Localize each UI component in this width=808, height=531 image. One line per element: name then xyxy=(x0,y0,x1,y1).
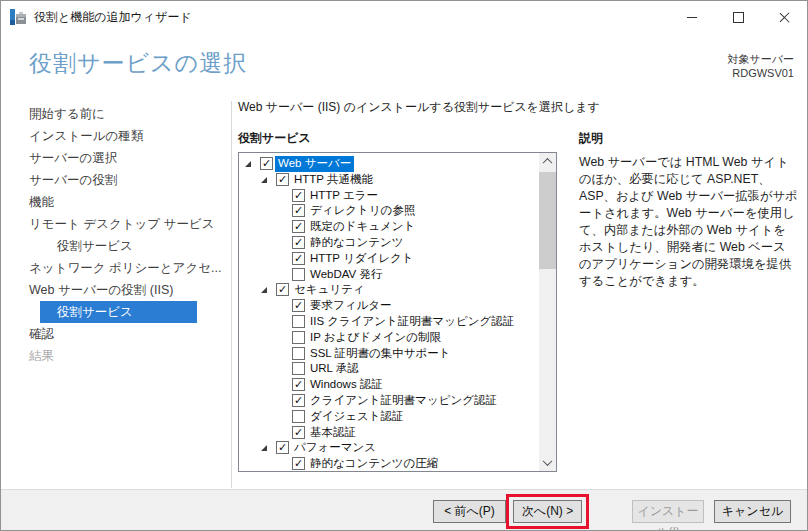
tree-row-performance: ✓パフォーマンス xyxy=(239,440,539,456)
maximize-icon xyxy=(733,12,744,23)
tree-row-webdav-publishing: WebDAV 発行 xyxy=(239,267,539,283)
expander-icon[interactable] xyxy=(245,161,251,167)
tree-section-label: 役割サービス xyxy=(238,130,311,147)
target-server-name: RDGWSV01 xyxy=(727,66,794,80)
tree-item-label-web-server[interactable]: Web サーバー xyxy=(275,156,354,172)
sidebar-item-installation-type[interactable]: インストールの種類 xyxy=(1,125,231,147)
http-redirection-checkbox[interactable]: ✓ xyxy=(292,252,305,265)
tree-item-label-centralized-ssl-certificate-support[interactable]: SSL 証明書の集中サポート xyxy=(307,346,454,362)
cancel-button[interactable]: キャンセル xyxy=(714,500,791,523)
scroll-thumb[interactable] xyxy=(539,172,556,269)
sidebar-item-rds-role-services[interactable]: 役割サービス xyxy=(1,235,231,257)
windows-authentication-checkbox[interactable]: ✓ xyxy=(292,378,305,391)
digest-authentication-checkbox[interactable] xyxy=(292,410,305,423)
footer-bar: < 前へ(P)次へ(N) >インストール(I)キャンセル xyxy=(1,489,807,531)
iis-client-certificate-mapping-authentication-checkbox[interactable] xyxy=(292,315,305,328)
tree-item-label-http-common-features[interactable]: HTTP 共通機能 xyxy=(291,172,376,188)
scroll-down-button[interactable] xyxy=(539,454,556,471)
sidebar-item-server-selection[interactable]: サーバーの選択 xyxy=(1,147,231,169)
tree-item-label-iis-client-certificate-mapping-authentication[interactable]: IIS クライアント証明書マッピング認証 xyxy=(307,314,517,330)
basic-authentication-checkbox[interactable]: ✓ xyxy=(292,426,305,439)
tree-row-http-common-features: ✓HTTP 共通機能 xyxy=(239,172,539,188)
centralized-ssl-certificate-support-checkbox[interactable] xyxy=(292,347,305,360)
expander-icon[interactable] xyxy=(261,445,267,451)
tree-item-label-performance[interactable]: パフォーマンス xyxy=(291,440,379,456)
sidebar-item-role-services[interactable]: 役割サービス xyxy=(40,301,197,323)
sidebar-item-features[interactable]: 機能 xyxy=(1,191,231,213)
role-services-tree: ✓Web サーバー✓HTTP 共通機能✓HTTP エラー✓ディレクトリの参照✓既… xyxy=(238,152,557,472)
tree-row-ip-and-domain-restrictions: IP およびドメインの制限 xyxy=(239,330,539,346)
ip-and-domain-restrictions-checkbox[interactable] xyxy=(292,331,305,344)
maximize-button[interactable] xyxy=(715,1,761,33)
next-button[interactable]: 次へ(N) > xyxy=(513,500,582,523)
previous-button[interactable]: < 前へ(P) xyxy=(433,500,506,523)
sidebar-item-remote-desktop-services[interactable]: リモート デスクトップ サービス xyxy=(1,213,231,235)
tree-row-digest-authentication: ダイジェスト認証 xyxy=(239,409,539,425)
tree-row-static-content-compression: ✓静的なコンテンツの圧縮 xyxy=(239,456,539,471)
sidebar-item-network-policy-and-access[interactable]: ネットワーク ポリシーとアクセ... xyxy=(1,257,231,279)
tree-row-http-errors: ✓HTTP エラー xyxy=(239,188,539,204)
sidebar-item-server-roles[interactable]: サーバーの役割 xyxy=(1,169,231,191)
tree-row-client-certificate-mapping-authentication: ✓クライアント証明書マッピング認証 xyxy=(239,393,539,409)
tree-item-label-http-redirection[interactable]: HTTP リダイレクト xyxy=(307,251,417,267)
minimize-icon xyxy=(687,17,697,18)
page-instruction: Web サーバー (IIS) のインストールする役割サービスを選択します xyxy=(238,99,600,116)
tree-row-centralized-ssl-certificate-support: SSL 証明書の集中サポート xyxy=(239,346,539,362)
static-content-checkbox[interactable]: ✓ xyxy=(292,236,305,249)
http-common-features-checkbox[interactable]: ✓ xyxy=(276,173,289,186)
minimize-button[interactable] xyxy=(669,1,715,33)
tree-scrollbar[interactable] xyxy=(539,153,556,471)
close-icon xyxy=(779,12,790,23)
tree-row-default-document: ✓既定のドキュメント xyxy=(239,219,539,235)
tree-row-request-filtering: ✓要求フィルター xyxy=(239,298,539,314)
sidebar-item-web-server-role-iis[interactable]: Web サーバーの役割 (IIS) xyxy=(1,279,231,301)
directory-browsing-checkbox[interactable]: ✓ xyxy=(292,204,305,217)
performance-checkbox[interactable]: ✓ xyxy=(276,441,289,454)
tree-row-directory-browsing: ✓ディレクトリの参照 xyxy=(239,203,539,219)
tree-item-label-windows-authentication[interactable]: Windows 認証 xyxy=(307,377,386,393)
web-server-checkbox[interactable]: ✓ xyxy=(260,157,273,170)
tree-item-label-default-document[interactable]: 既定のドキュメント xyxy=(307,219,418,235)
security-checkbox[interactable]: ✓ xyxy=(276,283,289,296)
window-controls xyxy=(669,1,807,33)
url-authorization-checkbox[interactable] xyxy=(292,362,305,375)
tree-item-label-security[interactable]: セキュリティ xyxy=(291,282,368,298)
default-document-checkbox[interactable]: ✓ xyxy=(292,220,305,233)
description-text: Web サーバーでは HTML Web サイトのほか、必要に応じて ASP.NE… xyxy=(579,154,798,290)
target-server: 対象サーバー RDGWSV01 xyxy=(727,52,794,80)
tree-item-label-static-content[interactable]: 静的なコンテンツ xyxy=(307,235,407,251)
tree-item-label-ip-and-domain-restrictions[interactable]: IP およびドメインの制限 xyxy=(307,330,444,346)
request-filtering-checkbox[interactable]: ✓ xyxy=(292,299,305,312)
chevron-up-icon xyxy=(543,158,553,168)
description-heading: 説明 xyxy=(579,130,603,147)
client-certificate-mapping-authentication-checkbox[interactable]: ✓ xyxy=(292,394,305,407)
static-content-compression-checkbox[interactable]: ✓ xyxy=(292,457,305,470)
window-title: 役割と機能の追加ウィザード xyxy=(34,9,669,26)
tree-row-iis-client-certificate-mapping-authentication: IIS クライアント証明書マッピング認証 xyxy=(239,314,539,330)
tree-item-label-url-authorization[interactable]: URL 承認 xyxy=(307,361,362,377)
sidebar-item-before-you-begin[interactable]: 開始する前に xyxy=(1,103,231,125)
scroll-up-button[interactable] xyxy=(539,153,556,170)
tree-item-label-basic-authentication[interactable]: 基本認証 xyxy=(307,425,359,441)
webdav-publishing-checkbox[interactable] xyxy=(292,268,305,281)
close-button[interactable] xyxy=(761,1,807,33)
tree-item-label-static-content-compression[interactable]: 静的なコンテンツの圧縮 xyxy=(307,456,441,471)
tree-row-web-server: ✓Web サーバー xyxy=(239,156,539,172)
tree-row-http-redirection: ✓HTTP リダイレクト xyxy=(239,251,539,267)
install-button: インストール(I) xyxy=(632,500,704,523)
expander-icon[interactable] xyxy=(261,177,267,183)
expander-icon[interactable] xyxy=(261,287,267,293)
wizard-nav: 開始する前にインストールの種類サーバーの選択サーバーの役割機能リモート デスクト… xyxy=(1,103,231,367)
tree-row-basic-authentication: ✓基本認証 xyxy=(239,425,539,441)
tree-item-label-webdav-publishing[interactable]: WebDAV 発行 xyxy=(307,267,385,283)
http-errors-checkbox[interactable]: ✓ xyxy=(292,189,305,202)
sidebar-item-results: 結果 xyxy=(1,345,231,367)
tree-item-label-http-errors[interactable]: HTTP エラー xyxy=(307,188,381,204)
tree-item-label-request-filtering[interactable]: 要求フィルター xyxy=(307,298,395,314)
tree-row-url-authorization: URL 承認 xyxy=(239,361,539,377)
sidebar-item-confirmation[interactable]: 確認 xyxy=(1,323,231,345)
tree-item-label-directory-browsing[interactable]: ディレクトリの参照 xyxy=(307,203,418,219)
chevron-down-icon xyxy=(543,456,553,466)
tree-item-label-digest-authentication[interactable]: ダイジェスト認証 xyxy=(307,409,407,425)
tree-item-label-client-certificate-mapping-authentication[interactable]: クライアント証明書マッピング認証 xyxy=(307,393,500,409)
